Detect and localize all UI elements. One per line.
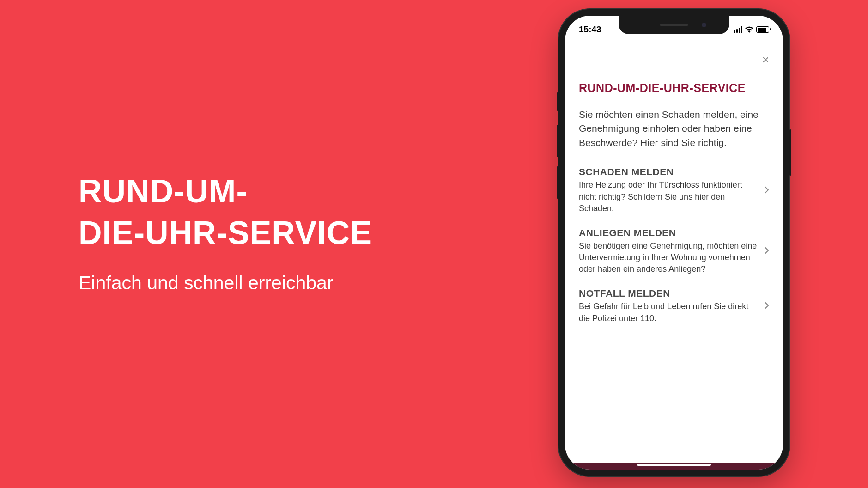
status-time: 15:43 xyxy=(579,24,601,35)
status-icons xyxy=(734,26,769,33)
phone-silent-switch xyxy=(557,92,558,111)
app-content: × RUND-UM-DIE-UHR-SERVICE Sie möchten ei… xyxy=(565,40,783,463)
hero-title-line1: RUND-UM- xyxy=(79,173,248,209)
phone-frame: 15:43 × RUND-UM-DIE-UHR-SERVICE xyxy=(558,9,789,476)
phone-volume-up xyxy=(557,125,558,157)
list-item-desc: Bei Gefahr für Leib und Leben rufen Sie … xyxy=(579,301,758,324)
chevron-right-icon xyxy=(765,246,769,256)
page-intro: Sie möchten einen Schaden melden, eine G… xyxy=(579,108,769,150)
list-item-desc: Ihre Heizung oder Ihr Türschloss funktio… xyxy=(579,179,758,214)
list-item-anliegen[interactable]: ANLIEGEN MELDEN Sie benötigen eine Geneh… xyxy=(579,227,769,275)
list-item-content: SCHADEN MELDEN Ihre Heizung oder Ihr Tür… xyxy=(579,166,765,214)
hero-text-block: RUND-UM- DIE-UHR-SERVICE Einfach und sch… xyxy=(79,171,372,294)
list-item-title: ANLIEGEN MELDEN xyxy=(579,227,758,238)
chevron-right-icon xyxy=(765,185,769,196)
hero-title: RUND-UM- DIE-UHR-SERVICE xyxy=(79,171,372,254)
phone-notch xyxy=(619,16,729,34)
chevron-right-icon xyxy=(765,301,769,311)
list-item-content: ANLIEGEN MELDEN Sie benötigen eine Geneh… xyxy=(579,227,765,275)
notch-speaker xyxy=(660,24,688,26)
list-item-desc: Sie benötigen eine Genehmigung, möchten … xyxy=(579,240,758,275)
list-item-title: SCHADEN MELDEN xyxy=(579,166,758,177)
home-indicator[interactable] xyxy=(637,464,711,466)
list-item-content: NOTFALL MELDEN Bei Gefahr für Leib und L… xyxy=(579,288,765,324)
wifi-icon xyxy=(745,26,753,33)
close-button[interactable]: × xyxy=(762,54,769,66)
battery-icon xyxy=(756,26,769,33)
phone-volume-down xyxy=(557,166,558,199)
page-title: RUND-UM-DIE-UHR-SERVICE xyxy=(579,81,769,95)
notch-camera xyxy=(702,23,706,27)
signal-icon xyxy=(734,26,742,33)
list-item-title: NOTFALL MELDEN xyxy=(579,288,758,299)
phone-screen: 15:43 × RUND-UM-DIE-UHR-SERVICE xyxy=(565,16,783,470)
list-item-schaden[interactable]: SCHADEN MELDEN Ihre Heizung oder Ihr Tür… xyxy=(579,166,769,214)
phone-power-button xyxy=(789,129,791,176)
hero-subtitle: Einfach und schnell erreichbar xyxy=(79,272,372,294)
hero-title-line2: DIE-UHR-SERVICE xyxy=(79,215,372,251)
list-item-notfall[interactable]: NOTFALL MELDEN Bei Gefahr für Leib und L… xyxy=(579,288,769,324)
